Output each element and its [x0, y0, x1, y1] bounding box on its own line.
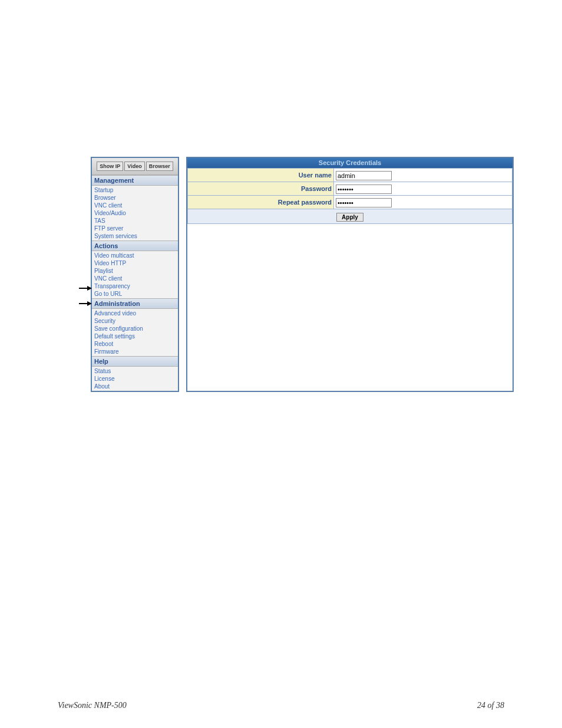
sidebar-item-transparency[interactable]: Transparency [94, 282, 178, 290]
sidebar-item-browser[interactable]: Browser [94, 194, 178, 202]
show-ip-button[interactable]: Show IP [97, 162, 123, 171]
sidebar-item-about[interactable]: About [94, 383, 178, 390]
app-wrap: Show IP Video Browser Management Startup… [91, 157, 514, 392]
password-label: Password [188, 182, 334, 196]
sidebar-item-firmware[interactable]: Firmware [94, 348, 178, 355]
pointer-arrow-security [79, 301, 91, 307]
sidebar-item-startup[interactable]: Startup [94, 186, 178, 194]
sidebar-item-status[interactable]: Status [94, 367, 178, 375]
user-name-label: User name [188, 169, 334, 182]
sidebar-item-video-multicast[interactable]: Video multicast [94, 252, 178, 259]
sidebar-item-go-to-url[interactable]: Go to URL [94, 290, 178, 298]
sidebar-top-buttons: Show IP Video Browser [92, 158, 178, 175]
password-cell [333, 182, 512, 196]
svg-marker-1 [87, 286, 92, 291]
sidebar-item-license[interactable]: License [94, 375, 178, 383]
main-header: Security Credentials [187, 158, 513, 168]
section-items-help: Status License About [92, 367, 178, 391]
footer-right: 24 of 38 [477, 701, 504, 710]
section-items-actions: Video multicast Video HTTP Playlist VNC … [92, 251, 178, 298]
video-button[interactable]: Video [124, 162, 144, 171]
sidebar-item-default-settings[interactable]: Default settings [94, 332, 178, 340]
sidebar-item-security[interactable]: Security [94, 317, 178, 325]
password-input[interactable] [336, 185, 392, 194]
main-panel: Security Credentials User name Password … [186, 157, 514, 392]
sidebar-item-system-services[interactable]: System services [94, 232, 178, 240]
sidebar-item-ftp-server[interactable]: FTP server [94, 225, 178, 232]
section-header-administration: Administration [92, 298, 178, 309]
sidebar-item-tas[interactable]: TAS [94, 217, 178, 225]
svg-marker-3 [87, 301, 92, 306]
browser-button[interactable]: Browser [146, 162, 173, 171]
user-name-cell [333, 169, 512, 182]
sidebar-item-reboot[interactable]: Reboot [94, 340, 178, 348]
section-header-management: Management [92, 175, 178, 186]
sidebar: Show IP Video Browser Management Startup… [91, 157, 179, 392]
sidebar-item-advanced-video[interactable]: Advanced video [94, 309, 178, 317]
page-footer: ViewSonic NMP-500 24 of 38 [58, 701, 504, 710]
section-header-actions: Actions [92, 241, 178, 251]
sidebar-item-video-audio[interactable]: Video/Audio [94, 209, 178, 217]
user-name-input[interactable] [336, 171, 392, 180]
sidebar-item-save-configuration[interactable]: Save configuration [94, 325, 178, 332]
sidebar-item-vnc-client-action[interactable]: VNC client [94, 275, 178, 282]
sidebar-item-vnc-client[interactable]: VNC client [94, 202, 178, 209]
repeat-password-input[interactable] [336, 198, 392, 207]
apply-cell: Apply [188, 209, 513, 224]
sidebar-item-playlist[interactable]: Playlist [94, 267, 178, 275]
footer-left: ViewSonic NMP-500 [58, 701, 127, 710]
repeat-password-cell [333, 196, 512, 209]
section-items-management: Startup Browser VNC client Video/Audio T… [92, 186, 178, 241]
repeat-password-label: Repeat password [188, 196, 334, 209]
sidebar-item-video-http[interactable]: Video HTTP [94, 259, 178, 267]
section-items-administration: Advanced video Security Save configurati… [92, 309, 178, 356]
apply-button[interactable]: Apply [336, 213, 363, 222]
credentials-form: User name Password Repeat password A [187, 168, 513, 224]
pointer-arrow-administration [79, 285, 91, 291]
section-header-help: Help [92, 356, 178, 367]
